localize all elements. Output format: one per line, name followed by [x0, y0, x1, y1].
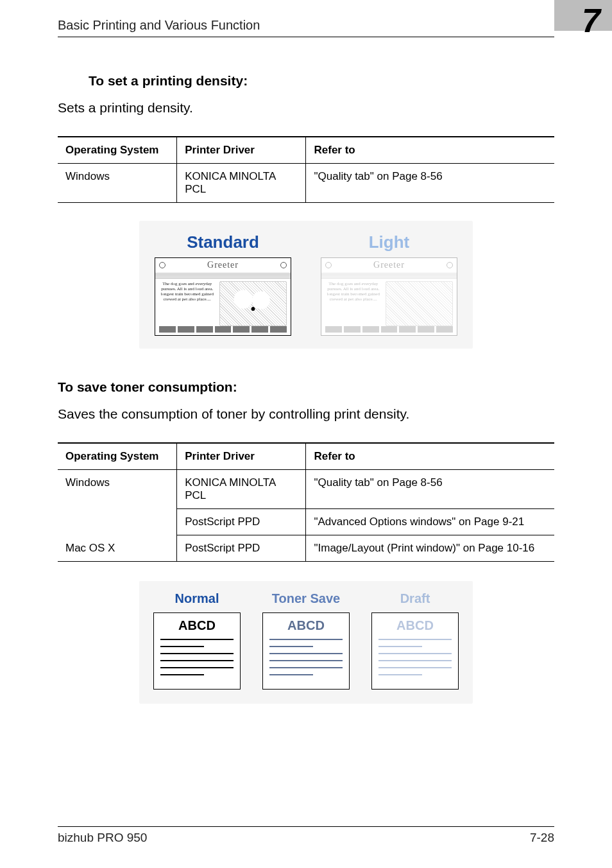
cell-os: Mac OS X — [58, 535, 177, 562]
table-header-os: Operating System — [58, 137, 177, 164]
page: Basic Printing and Various Function 7 To… — [0, 0, 612, 868]
swatch-strip — [325, 326, 453, 333]
section2-heading: To save toner consumption: — [58, 379, 554, 395]
toner-save-label: Toner Save — [262, 591, 350, 606]
table-header-driver: Printer Driver — [177, 443, 306, 470]
table-header-refer: Refer to — [306, 137, 554, 164]
section1-table: Operating System Printer Driver Refer to… — [58, 136, 554, 203]
page-header: Basic Printing and Various Function 7 — [58, 0, 554, 33]
text-lines-icon — [269, 639, 343, 675]
table-header-os: Operating System — [58, 443, 177, 470]
section1-body: Sets a printing density. — [58, 100, 554, 116]
illus-light-label: Light — [321, 232, 457, 252]
table-header-driver: Printer Driver — [177, 137, 306, 164]
section2-body: Saves the consumption of toner by contro… — [58, 406, 554, 422]
toner-sample-text: ABCD — [378, 618, 452, 632]
toner-draft-label: Draft — [371, 591, 459, 606]
ring-icon — [280, 262, 287, 268]
illus-sample-text: The dog goes and everyday pursues. All i… — [159, 281, 216, 326]
section1-heading: To set a printing density: — [89, 73, 554, 89]
table-row: Windows KONICA MINOLTA PCL "Quality tab"… — [58, 164, 554, 203]
cell-driver: PostScript PPD — [177, 509, 306, 535]
section2-table: Operating System Printer Driver Refer to… — [58, 442, 554, 562]
illus-sample-text: The dog goes and everyday pursues. All i… — [325, 281, 382, 326]
footer-rule — [58, 826, 554, 827]
cell-refer: "Image/Layout (Print window)" on Page 10… — [306, 535, 554, 562]
cell-os: Windows — [58, 470, 177, 535]
cell-driver: KONICA MINOLTA PCL — [177, 470, 306, 509]
cell-refer: "Advanced Options windows" on Page 9-21 — [306, 509, 554, 535]
pattern-band — [155, 272, 291, 279]
cell-refer: "Quality tab" on Page 8-56 — [306, 470, 554, 509]
cell-driver: KONICA MINOLTA PCL — [177, 164, 306, 203]
toner-sample-text: ABCD — [269, 618, 343, 632]
toner-save-sample: ABCD — [262, 612, 350, 690]
density-illustration: Standard Greeter The dog goes and everyd… — [139, 221, 473, 349]
illus-light-sample: Greeter The dog goes and everyday pursue… — [321, 257, 457, 336]
text-lines-icon — [160, 639, 234, 675]
table-header-refer: Refer to — [306, 443, 554, 470]
toner-normal-col: Normal ABCD — [153, 591, 241, 690]
illus-light-col: Light Greeter The dog goes and everyday … — [321, 232, 457, 336]
illus-standard-col: Standard Greeter The dog goes and everyd… — [155, 232, 291, 336]
cell-driver: PostScript PPD — [177, 535, 306, 562]
dog-image-icon — [219, 281, 287, 326]
table-row: Windows KONICA MINOLTA PCL "Quality tab"… — [58, 470, 554, 509]
ring-icon — [325, 262, 332, 268]
ring-icon — [446, 262, 453, 268]
text-lines-icon — [378, 639, 452, 675]
illus-standard-label: Standard — [155, 232, 291, 252]
pattern-band — [321, 272, 457, 279]
chapter-badge: 7 — [554, 0, 612, 31]
ring-icon — [159, 262, 166, 268]
toner-illustration: Normal ABCD Toner Save ABCD Dr — [139, 581, 473, 704]
toner-normal-label: Normal — [153, 591, 241, 606]
header-section-title: Basic Printing and Various Function — [58, 18, 260, 33]
illus-greeter-word: Greeter — [373, 260, 405, 270]
chapter-number-box: 7 — [554, 0, 612, 31]
cell-os: Windows — [58, 164, 177, 203]
table-row: Mac OS X PostScript PPD "Image/Layout (P… — [58, 535, 554, 562]
header-rule — [58, 37, 554, 37]
page-footer: bizhub PRO 950 7-28 — [58, 826, 554, 845]
toner-sample-text: ABCD — [160, 618, 234, 632]
cell-refer: "Quality tab" on Page 8-56 — [306, 164, 554, 203]
swatch-strip — [159, 326, 287, 333]
toner-draft-sample: ABCD — [371, 612, 459, 690]
chapter-number: 7 — [582, 4, 600, 37]
dog-image-icon — [386, 281, 453, 326]
footer-right: 7-28 — [530, 831, 554, 845]
footer-left: bizhub PRO 950 — [58, 831, 147, 845]
toner-normal-sample: ABCD — [153, 612, 241, 690]
illus-standard-sample: Greeter The dog goes and everyday pursue… — [155, 257, 291, 336]
illus-greeter-word: Greeter — [207, 260, 239, 270]
toner-draft-col: Draft ABCD — [371, 591, 459, 690]
toner-save-col: Toner Save ABCD — [262, 591, 350, 690]
